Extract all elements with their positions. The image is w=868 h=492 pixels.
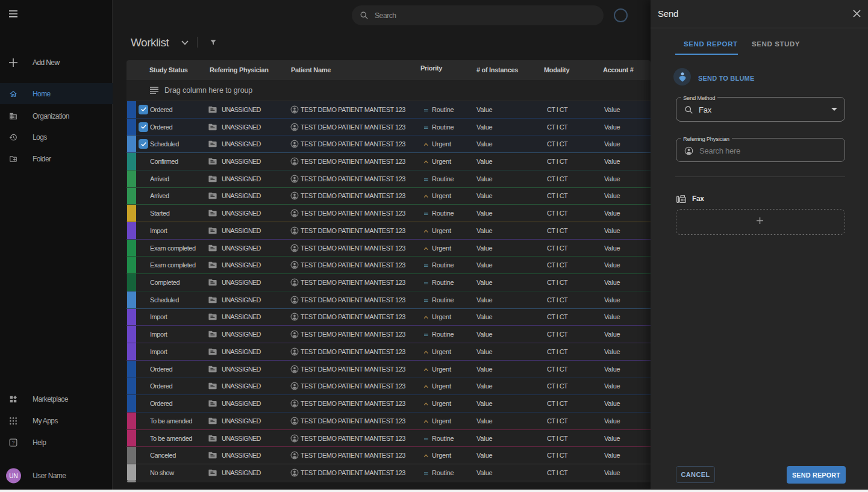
svg-text:?: ? [12, 440, 15, 446]
